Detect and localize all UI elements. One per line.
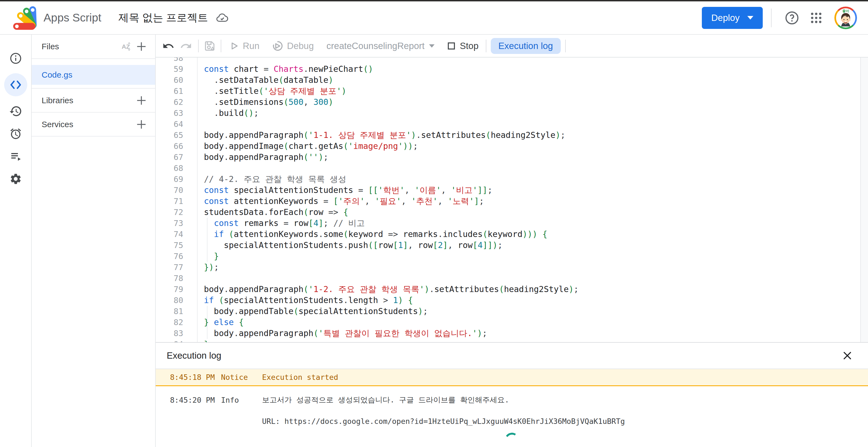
line-number: 72	[156, 207, 183, 218]
code-line[interactable]: 76 }	[156, 251, 860, 262]
undo-icon[interactable]	[162, 39, 175, 53]
deploy-button[interactable]: Deploy	[702, 7, 763, 29]
log-entry-info: 8:45:20 PMInfo보고서가 성공적으로 생성되었습니다. 구글 드라이…	[156, 395, 868, 405]
execution-log-panel: Execution log 8:45:18 PMNoticeExecution …	[156, 342, 868, 447]
close-icon[interactable]	[840, 348, 855, 363]
code-line-content: }	[183, 251, 219, 262]
code-line-content: .setDimensions(500, 300)	[183, 97, 334, 108]
project-history-icon[interactable]	[4, 100, 27, 123]
save-status-cloud-icon	[216, 11, 228, 24]
code-line[interactable]: 73 const remarks = row[4]; // 비고	[156, 218, 860, 229]
svg-text:좋아: 좋아	[842, 9, 849, 13]
product-name: Apps Script	[43, 11, 101, 24]
code-line[interactable]: 62 .setDimensions(500, 300)	[156, 97, 860, 108]
add-file-icon[interactable]	[134, 39, 149, 54]
code-line[interactable]: 59const chart = Charts.newPieChart()	[156, 64, 860, 75]
code-line-content: specialAttentionStudents.push([row[1], r…	[183, 240, 503, 251]
files-panel: Files A Z Code.gs Libraries	[32, 35, 156, 447]
stop-square-icon	[446, 41, 457, 51]
file-name: Code.gs	[41, 70, 72, 79]
execution-log-button[interactable]: Execution log	[491, 38, 561, 54]
code-line[interactable]: 72studentsData.forEach(row => {	[156, 207, 860, 218]
file-item-codegs[interactable]: Code.gs	[32, 65, 155, 85]
line-number: 61	[156, 85, 183, 97]
debug-button[interactable]: Debug	[272, 40, 314, 52]
editor-code-icon[interactable]	[4, 73, 27, 96]
help-icon[interactable]	[784, 10, 800, 26]
code-editor[interactable]: 5859const chart = Charts.newPieChart()60…	[156, 58, 868, 342]
line-number: 74	[156, 229, 183, 240]
code-line[interactable]: 63 .build();	[156, 108, 860, 118]
code-line-content: .setDataTable(dataTable)	[183, 75, 334, 85]
loading-spinner	[503, 431, 521, 447]
triggers-alarm-icon[interactable]	[4, 122, 27, 145]
code-line-content: }	[183, 339, 209, 342]
line-number: 83	[156, 328, 183, 339]
line-number: 69	[156, 174, 183, 185]
code-line-content	[183, 163, 204, 174]
editor-column: Run Debug createCounselingReport Stop Ex…	[156, 35, 868, 447]
line-number: 81	[156, 306, 183, 317]
apps-script-brand[interactable]: Apps Script	[12, 5, 101, 31]
save-icon[interactable]	[203, 39, 216, 53]
line-number: 73	[156, 218, 183, 229]
code-line-content: const attentionKeywords = ['주의', '필요', '…	[183, 196, 484, 207]
code-line-content	[183, 58, 204, 64]
code-line[interactable]: 71const attentionKeywords = ['주의', '필요',…	[156, 196, 860, 207]
code-line[interactable]: 65body.appendParagraph('1-1. 상담 주제별 분포')…	[156, 130, 860, 141]
run-button[interactable]: Run	[228, 40, 259, 51]
code-line[interactable]: 83 body.appendParagraph('특별 관찰이 필요한 학생이 …	[156, 328, 860, 339]
files-section-divider	[32, 85, 155, 89]
code-line[interactable]: 79body.appendParagraph('1-2. 주요 관찰 학생 목록…	[156, 284, 860, 295]
code-line[interactable]: 77});	[156, 262, 860, 273]
code-line[interactable]: 58	[156, 58, 860, 64]
code-line[interactable]: 81 body.appendTable(specialAttentionStud…	[156, 306, 860, 317]
log-level: Notice	[221, 373, 262, 381]
code-line-content: // 4-2. 주요 관찰 학생 목록 생성	[183, 174, 346, 185]
code-line[interactable]: 61 .setTitle('상담 주제별 분포')	[156, 85, 860, 97]
account-avatar[interactable]: 좋아	[834, 7, 857, 29]
overview-info-icon[interactable]	[4, 47, 27, 70]
code-line[interactable]: 80if (specialAttentionStudents.length > …	[156, 295, 860, 306]
stop-button[interactable]: Stop	[446, 41, 478, 51]
log-message: 보고서가 성공적으로 생성되었습니다. 구글 드라이브를 확인해주세요.	[262, 395, 868, 405]
add-service-icon[interactable]	[134, 117, 149, 132]
files-header-label: Files	[41, 42, 120, 51]
code-line[interactable]: 74 if (attentionKeywords.some(keyword =>…	[156, 229, 860, 240]
code-line[interactable]: 66body.appendImage(chart.getAs('image/pn…	[156, 141, 860, 152]
editor-scrollbar-gutter[interactable]	[860, 58, 868, 342]
code-line[interactable]: 64	[156, 118, 860, 130]
code-line[interactable]: 68	[156, 163, 860, 174]
code-line[interactable]: 67body.appendParagraph('');	[156, 152, 860, 163]
avatar-image: 좋아	[836, 8, 855, 28]
code-line[interactable]: 78	[156, 273, 860, 284]
deploy-label: Deploy	[711, 13, 740, 23]
google-apps-grid-icon[interactable]	[808, 10, 824, 26]
add-library-icon[interactable]	[134, 93, 149, 108]
topbar-divider	[771, 8, 772, 27]
project-title[interactable]: 제목 없는 프로젝트	[119, 11, 208, 25]
executions-list-icon[interactable]	[4, 145, 27, 168]
svg-text:A: A	[122, 43, 126, 50]
code-line[interactable]: 75 specialAttentionStudents.push([row[1]…	[156, 240, 860, 251]
redo-icon[interactable]	[179, 39, 193, 53]
services-label: Services	[41, 120, 134, 129]
function-selector-label: createCounselingReport	[327, 41, 425, 51]
code-line[interactable]: 82} else {	[156, 317, 860, 328]
code-line[interactable]: 60 .setDataTable(dataTable)	[156, 75, 860, 85]
settings-gear-icon[interactable]	[4, 167, 27, 191]
code-line-content: });	[183, 262, 219, 273]
code-line-content: body.appendImage(chart.getAs('image/png'…	[183, 141, 418, 152]
function-selector[interactable]: createCounselingReport	[327, 41, 435, 51]
line-number: 64	[156, 118, 183, 130]
sort-az-icon[interactable]: A Z	[120, 39, 134, 54]
code-line[interactable]: 69// 4-2. 주요 관찰 학생 목록 생성	[156, 174, 860, 185]
code-line-content: const specialAttentionStudents = [['학번',…	[183, 185, 492, 196]
code-line[interactable]: 70const specialAttentionStudents = [['학번…	[156, 185, 860, 196]
log-detail-url: URL: https://docs.google.com/open?id=1Hz…	[262, 417, 868, 425]
toolbar-divider	[565, 40, 566, 52]
editor-toolbar: Run Debug createCounselingReport Stop Ex…	[156, 35, 868, 58]
log-timestamp: 8:45:18 PM	[170, 373, 221, 381]
line-number: 59	[156, 64, 183, 75]
code-line[interactable]: 84}	[156, 339, 860, 342]
